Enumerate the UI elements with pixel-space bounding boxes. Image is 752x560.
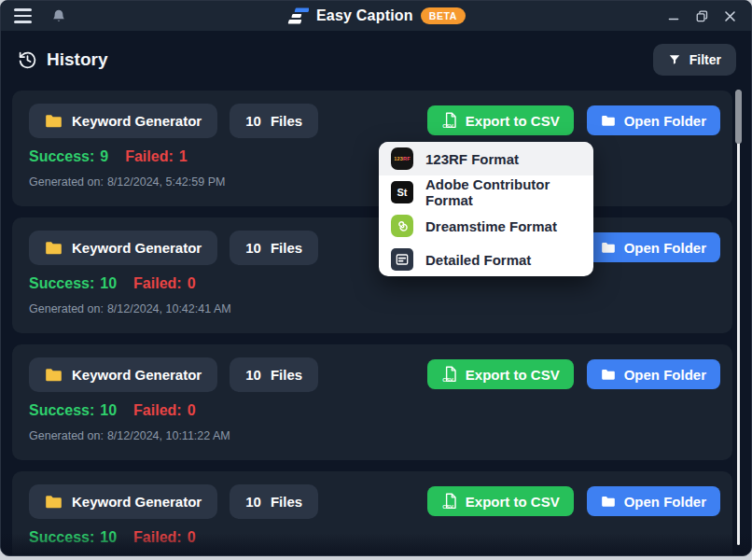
app-window: Easy Caption BETA <box>0 0 752 556</box>
123rf-icon: 123RF <box>391 147 413 170</box>
files-label: Files <box>271 494 302 510</box>
files-count: 10 <box>245 113 261 129</box>
history-card: Keyword Generator 10 Files CSV <box>12 344 732 460</box>
open-folder-button-label: Open Folder <box>624 113 706 129</box>
menu-item-label: 123RF Format <box>425 151 519 167</box>
success-count-text: Success:9 <box>29 148 108 165</box>
folder-icon <box>45 495 63 510</box>
source-chip: Keyword Generator <box>29 231 217 265</box>
open-folder-button-label: Open Folder <box>624 240 706 256</box>
history-card: Keyword Generator 10 Files CSV <box>12 471 732 556</box>
hamburger-menu-button[interactable] <box>14 6 38 26</box>
export-button-label: Export to CSV <box>466 367 560 383</box>
page-header: History Filter <box>1 31 751 89</box>
export-to-csv-button[interactable]: CSV Export to CSV <box>427 359 574 389</box>
filter-funnel-icon <box>668 53 681 66</box>
titlebar: Easy Caption BETA <box>1 1 751 31</box>
history-list: Keyword Generator 10 Files CSV <box>12 91 732 556</box>
export-format-menu: 123RF 123RF Format St Adobe Contributor … <box>379 142 593 276</box>
files-count-chip: 10 Files <box>230 484 318 519</box>
generated-timestamp: Generated on:8/12/2024, 5:42:59 PM <box>29 175 225 189</box>
page-title: History <box>47 49 107 70</box>
history-icon <box>18 50 37 70</box>
folder-icon <box>45 241 63 256</box>
app-logo-icon <box>286 7 309 25</box>
failed-count-text: Failed:0 <box>133 402 195 419</box>
status-row: Success:9 Failed:1 <box>29 148 188 165</box>
success-count-text: Success:10 <box>29 402 117 419</box>
detailed-list-icon <box>391 248 413 271</box>
files-count: 10 <box>245 240 261 256</box>
source-chip-label: Keyword Generator <box>72 113 202 129</box>
open-folder-button-label: Open Folder <box>624 367 706 383</box>
open-folder-button-label: Open Folder <box>624 494 706 510</box>
source-chip: Keyword Generator <box>29 104 217 138</box>
scrollbar-thumb[interactable] <box>735 90 742 144</box>
source-chip-label: Keyword Generator <box>72 240 202 256</box>
menu-item-detailed-format[interactable]: Detailed Format <box>379 243 593 276</box>
csv-file-icon: CSV <box>441 366 457 383</box>
menu-item-label: Dreamstime Format <box>425 218 557 234</box>
files-label: Files <box>271 113 302 129</box>
notifications-bell-icon[interactable] <box>51 8 66 24</box>
folder-icon <box>45 368 63 383</box>
source-chip: Keyword Generator <box>29 484 217 519</box>
menu-item-label: Adobe Contributor Format <box>425 176 581 208</box>
source-chip: Keyword Generator <box>29 357 217 392</box>
open-folder-button[interactable]: Open Folder <box>587 359 720 389</box>
generated-timestamp: Generated on:8/12/2024, 10:11:22 AM <box>29 429 230 442</box>
history-card: Keyword Generator 10 Files CSV <box>12 91 732 206</box>
files-count-chip: 10 Files <box>230 357 318 392</box>
menu-item-dreamstime-format[interactable]: Dreamstime Format <box>379 209 593 243</box>
svg-text:CSV: CSV <box>442 504 453 510</box>
history-card: Keyword Generator 10 Files CSV <box>12 217 732 333</box>
open-folder-button[interactable]: Open Folder <box>587 105 720 135</box>
app-title: Easy Caption <box>316 7 413 24</box>
svg-text:CSV: CSV <box>442 123 453 129</box>
window-minimize-button[interactable] <box>660 4 688 28</box>
window-restore-button[interactable] <box>688 4 716 28</box>
export-to-csv-button[interactable]: CSV Export to CSV <box>427 105 574 135</box>
open-folder-icon <box>601 496 616 508</box>
csv-file-icon: CSV <box>441 493 457 510</box>
files-label: Files <box>271 240 302 256</box>
status-row: Success:10 Failed:0 <box>29 402 196 419</box>
source-chip-label: Keyword Generator <box>72 494 202 510</box>
generated-timestamp: Generated on:8/12/2024, 10:42:41 AM <box>29 302 231 315</box>
source-chip-label: Keyword Generator <box>72 367 202 383</box>
status-row: Success:10 Failed:0 <box>29 275 196 292</box>
files-count-chip: 10 Files <box>230 104 318 138</box>
open-folder-icon <box>601 242 616 254</box>
failed-count-text: Failed:1 <box>125 148 187 165</box>
menu-item-adobe-contributor-format[interactable]: St Adobe Contributor Format <box>379 175 593 209</box>
folder-icon <box>45 114 63 129</box>
success-count-text: Success:10 <box>29 529 117 546</box>
files-count-chip: 10 Files <box>230 231 318 265</box>
open-folder-icon <box>601 115 616 127</box>
files-label: Files <box>271 367 302 383</box>
files-count: 10 <box>245 367 261 383</box>
dreamstime-spiral-icon <box>391 215 413 237</box>
filter-button[interactable]: Filter <box>653 44 736 76</box>
csv-file-icon: CSV <box>441 112 457 129</box>
adobe-stock-icon: St <box>391 181 413 203</box>
menu-item-label: Detailed Format <box>425 252 531 268</box>
open-folder-button[interactable]: Open Folder <box>587 486 720 516</box>
svg-text:CSV: CSV <box>442 377 453 383</box>
menu-item-123rf-format[interactable]: 123RF 123RF Format <box>379 142 593 175</box>
open-folder-icon <box>601 369 616 381</box>
export-button-label: Export to CSV <box>466 113 560 129</box>
beta-badge: BETA <box>421 7 466 24</box>
success-count-text: Success:10 <box>29 275 117 292</box>
failed-count-text: Failed:0 <box>133 275 195 292</box>
scrollbar-track[interactable] <box>737 90 740 545</box>
open-folder-button[interactable]: Open Folder <box>587 232 720 262</box>
failed-count-text: Failed:0 <box>133 529 195 546</box>
export-to-csv-button[interactable]: CSV Export to CSV <box>427 486 574 516</box>
window-close-button[interactable] <box>716 4 744 28</box>
status-row: Success:10 Failed:0 <box>29 529 196 546</box>
files-count: 10 <box>245 494 261 510</box>
filter-button-label: Filter <box>689 52 721 67</box>
export-button-label: Export to CSV <box>466 494 560 510</box>
